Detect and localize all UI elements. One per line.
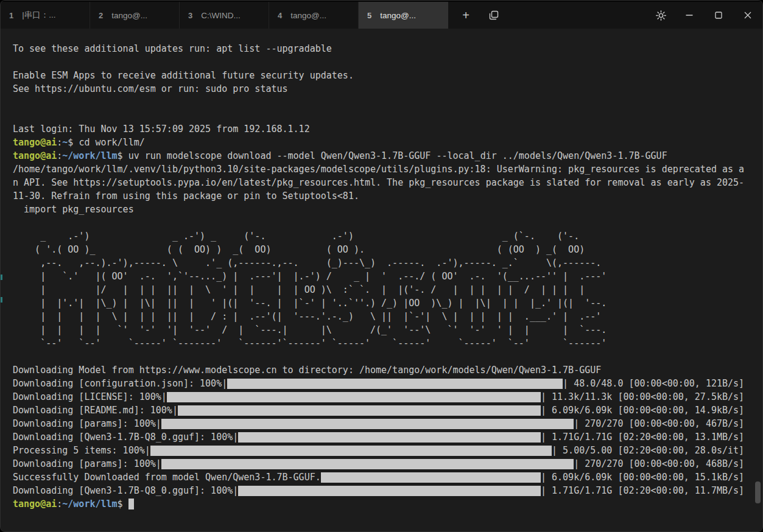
ascii-art-line: ( '.( OO )_ ( ( OO) ) _( OO) ( OO ). ( (… — [13, 243, 762, 256]
prompt-path: ~ — [62, 137, 68, 148]
scroll-mark — [1, 275, 2, 280]
terminal-line: Downloading Model from https://www.model… — [13, 363, 762, 377]
ascii-art-line: | | | | `' '-' '| '--' / | `---.| |\ /(_… — [13, 323, 762, 337]
terminal-line: Downloading [params]: 100%|| 270/270 [00… — [13, 457, 762, 471]
progress-label: Processing 5 items: 100%| — [13, 445, 150, 456]
tab-title: tango@... — [380, 11, 416, 20]
progress-stats: | 1.71G/1.71G [02:20<00:00, 13.1MB/s] — [541, 432, 744, 443]
terminal-line: Downloading [README.md]: 100%|| 6.09k/6.… — [13, 404, 762, 417]
settings-button[interactable] — [647, 2, 675, 29]
prompt-user: tango@ai — [13, 499, 57, 509]
prompt-user: tango@ai — [13, 137, 57, 148]
progress-bar — [227, 379, 563, 389]
progress-bar — [167, 392, 541, 402]
progress-stats: | 1.71G/1.71G [02:20<00:00, 11.7MB/s] — [541, 485, 744, 496]
progress-label: Downloading [params]: 100%| — [13, 458, 161, 469]
progress-bar — [321, 472, 541, 483]
progress-label: Downloading [Qwen3-1.7B-Q8_0.gguf]: 100%… — [13, 485, 238, 496]
progress-label: Downloading [Qwen3-1.7B-Q8_0.gguf]: 100%… — [13, 432, 238, 443]
titlebar: 1|串口：...2tango@...3C:\WIND...4tango@...5… — [1, 1, 762, 29]
progress-label: Downloading [params]: 100%| — [13, 418, 161, 429]
progress-label: Successfully Downloaded from model Qwen/… — [13, 472, 321, 483]
progress-bar — [150, 446, 552, 456]
titlebar-drag-area[interactable] — [508, 2, 647, 29]
tab-title: tango@... — [111, 11, 147, 20]
terminal-text: : — [57, 137, 62, 148]
terminal-line: n API. See https://setuptools.pypa.io/en… — [13, 176, 762, 189]
close-button[interactable] — [733, 2, 762, 29]
tab-4[interactable]: 4tango@... — [269, 2, 359, 29]
terminal-line: tango@ai:~$ cd work/llm/ — [13, 136, 762, 149]
tab-title: tango@... — [290, 11, 326, 20]
maximize-icon — [715, 12, 722, 19]
terminal-line: /home/tango/work/llm/.venv/lib/python3.1… — [13, 163, 762, 176]
terminal-line — [13, 350, 762, 363]
prompt-path: ~/work/llm — [62, 499, 117, 509]
terminal-line: See https://ubuntu.com/esm or run: sudo … — [13, 82, 762, 96]
terminal-line: tango@ai:~/work/llm$ — [13, 497, 762, 511]
tab-1[interactable]: 1|串口：... — [1, 2, 90, 29]
terminal-text: : — [57, 150, 62, 161]
terminal-line: Processing 5 items: 100%|| 5.00/5.00 [02… — [13, 444, 762, 457]
ascii-art-line: `--' `--' `-----' `-------' `------'`---… — [13, 337, 762, 350]
tab-5[interactable]: 5tango@... — [359, 2, 448, 29]
tab-list-button[interactable] — [480, 2, 508, 29]
tab-number: 3 — [188, 11, 192, 20]
terminal-line: Downloading [params]: 100%|| 270/270 [00… — [13, 417, 762, 430]
terminal-text: $ — [68, 137, 79, 148]
progress-stats: | 48.0/48.0 [00:00<00:00, 121B/s] — [563, 378, 744, 389]
ascii-art-line: | | | | \ | | | || | / : | .--'(| '---.'… — [13, 310, 762, 323]
tab-2[interactable]: 2tango@... — [90, 2, 180, 29]
tab-strip: 1|串口：...2tango@...3C:\WIND...4tango@...5… — [1, 2, 448, 29]
tab-title: |串口：... — [22, 10, 55, 21]
terminal-cursor — [128, 499, 134, 509]
tab-3[interactable]: 3C:\WIND... — [180, 2, 269, 29]
terminal-text: : — [57, 499, 62, 509]
terminal-text: $ — [118, 499, 128, 509]
new-tab-button[interactable]: + — [452, 2, 480, 29]
terminal-line — [13, 216, 762, 229]
progress-bar — [238, 432, 541, 443]
prompt-user: tango@ai — [13, 150, 57, 161]
settings-gear-icon — [655, 10, 667, 21]
terminal-line: Downloading [LICENSE]: 100%|| 11.3k/11.3… — [13, 390, 762, 404]
minimize-button[interactable] — [675, 2, 704, 29]
terminal-line: import pkg_resources — [13, 203, 762, 216]
tab-number: 1 — [9, 11, 13, 20]
terminal-line: Enable ESM Apps to receive additional fu… — [13, 69, 762, 82]
progress-label: Downloading [LICENSE]: 100%| — [13, 391, 167, 402]
terminal-line — [13, 55, 762, 69]
terminal-line: tango@ai:~/work/llm$ uv run modelscope d… — [13, 149, 762, 163]
terminal-text: $ — [118, 150, 128, 161]
progress-bar — [178, 405, 541, 416]
progress-label: Downloading [configuration.json]: 100%| — [13, 378, 227, 389]
terminal-line — [13, 109, 762, 122]
terminal-line: Downloading [configuration.json]: 100%||… — [13, 377, 762, 390]
tab-number: 4 — [278, 11, 282, 20]
prompt-command: uv run modelscope download --model Qwen/… — [128, 150, 667, 161]
progress-bar — [161, 419, 574, 429]
progress-stats: | 6.09k/6.09k [00:00<00:00, 14.9kB/s] — [541, 405, 744, 416]
ascii-art-line: | |/ | | | || | \ ' | | | | OO )\ :` `. … — [13, 283, 762, 296]
ascii-art-line: | |'.'| |\_) | |\| || | ' |(| '--. | |`-… — [13, 296, 762, 310]
terminal-output[interactable]: To see these additional updates run: apt… — [1, 29, 762, 531]
progress-stats: | 6.09k/6.09k [00:00<00:00, 15.1kB/s] — [541, 472, 744, 483]
terminal-line: Last login: Thu Nov 13 15:57:09 2025 fro… — [13, 122, 762, 136]
progress-bar — [238, 486, 541, 496]
terminal-line: Successfully Downloaded from model Qwen/… — [13, 471, 762, 484]
tab-number: 2 — [99, 11, 103, 20]
terminal-line — [13, 96, 762, 109]
maximize-button[interactable] — [704, 2, 733, 29]
progress-stats: | 270/270 [00:00<00:00, 468B/s] — [574, 458, 744, 469]
progress-stats: | 270/270 [00:00<00:00, 467B/s] — [574, 418, 744, 429]
scroll-mark — [1, 297, 2, 303]
terminal-line: To see these additional updates run: apt… — [13, 42, 762, 55]
terminal-line: 11-30. Refrain from using this package o… — [13, 189, 762, 203]
tab-title: C:\WIND... — [201, 11, 241, 20]
scrollbar-thumb[interactable] — [755, 481, 761, 503]
ascii-art-line: _ .-') _ .-') _ ('-. .-') _ (`-. ('-. — [13, 229, 762, 243]
prompt-path: ~/work/llm — [62, 150, 117, 161]
tab-list-icon — [488, 10, 499, 21]
tab-number: 5 — [367, 11, 371, 20]
progress-label: Downloading [README.md]: 100%| — [13, 405, 178, 416]
